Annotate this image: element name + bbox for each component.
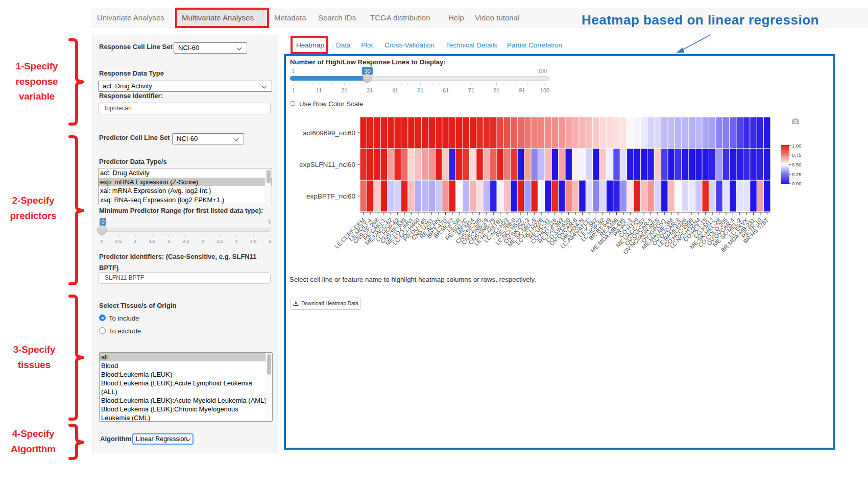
svg-text:0.50: 0.50	[792, 162, 802, 167]
svg-text:21: 21	[341, 87, 347, 93]
svg-text:81: 81	[493, 87, 499, 93]
svg-text:100: 100	[540, 87, 549, 93]
svg-text:61: 61	[443, 87, 449, 93]
svg-text:4: 4	[235, 238, 237, 244]
svg-text:0.25: 0.25	[792, 172, 802, 177]
svg-text:1.00: 1.00	[792, 143, 802, 149]
svg-text:1: 1	[292, 87, 295, 93]
svg-text:0: 0	[100, 238, 103, 244]
svg-text:91: 91	[519, 87, 525, 93]
svg-text:3.5: 3.5	[216, 238, 223, 244]
svg-text:expSLFN11_nci60: expSLFN11_nci60	[299, 161, 355, 168]
svg-text:31: 31	[367, 87, 373, 93]
svg-text:2.5: 2.5	[182, 238, 189, 244]
svg-text:4.5: 4.5	[250, 238, 256, 244]
svg-text:0.00: 0.00	[792, 181, 802, 186]
svg-text:71: 71	[468, 87, 474, 93]
svg-text:act609699_nci60: act609699_nci60	[303, 129, 355, 137]
svg-text:1.5: 1.5	[149, 238, 155, 244]
svg-text:1: 1	[134, 238, 136, 244]
svg-text:41: 41	[392, 87, 398, 93]
svg-text:3: 3	[201, 238, 204, 244]
svg-text:2: 2	[167, 238, 170, 244]
svg-text:11: 11	[316, 87, 322, 93]
svg-text:0.75: 0.75	[792, 152, 802, 158]
svg-text:expBPTF_nci60: expBPTF_nci60	[306, 192, 355, 200]
svg-text:51: 51	[417, 87, 423, 93]
svg-text:0.5: 0.5	[115, 238, 122, 244]
svg-text:5: 5	[269, 238, 271, 244]
